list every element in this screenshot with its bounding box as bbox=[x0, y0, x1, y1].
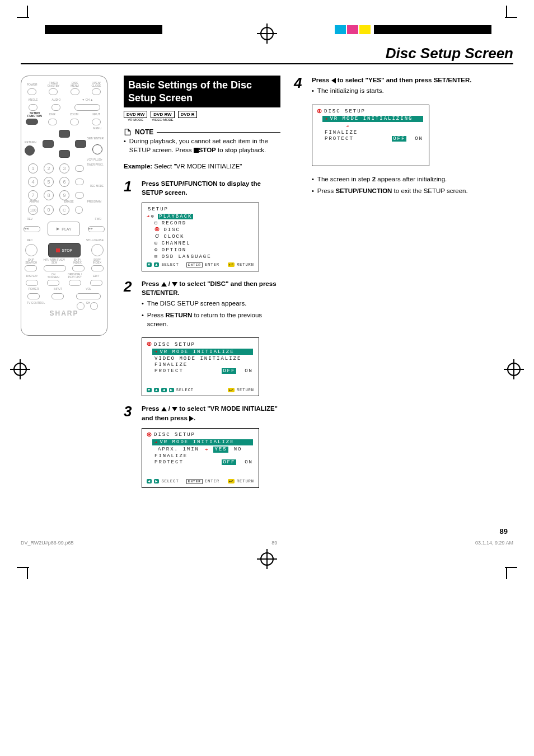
osd-initializing: ⦿DISC SETUP ➔VR MODE INITIALIZING ➔ FINA… bbox=[312, 105, 429, 166]
osd-disc-setup: ⦿DISC SETUP ➔VR MODE INITIALIZE VIDEO MO… bbox=[142, 337, 259, 396]
down-triangle-icon bbox=[172, 282, 177, 287]
page-title: Disc Setup Screen bbox=[21, 45, 513, 64]
disc-badges: DVD RWVR MODE DVD RWVIDEO MODE DVD R bbox=[124, 111, 280, 121]
note-icon bbox=[124, 128, 132, 136]
remote-brand: SHARP bbox=[21, 309, 107, 317]
osd-setup: SETUP ⊙ PLAYBACK ⊡ RECORD ⦿ DISC ⏱ CLOCK… bbox=[142, 203, 259, 271]
step-2: 2 Press / to select "DISC" and then pres… bbox=[124, 279, 280, 332]
step-3: 3 Press / to select "VR MODE INITIALIZE"… bbox=[124, 404, 280, 422]
remote-return-button bbox=[25, 145, 35, 156]
remote-label: TIMER ON/STBY bbox=[45, 82, 61, 87]
right-triangle-icon bbox=[189, 416, 194, 421]
remote-illustration: POWER TIMER ON/STBY DISC MENU OPEN/ CLOS… bbox=[21, 76, 107, 336]
up-triangle-icon bbox=[161, 282, 167, 287]
footer-line: DV_RW2U#p86-99.p65 89 03.1.14, 9:29 AM bbox=[21, 540, 513, 546]
registration-top bbox=[0, 0, 534, 34]
registration-bottom bbox=[0, 549, 534, 583]
page-number: 89 bbox=[21, 527, 508, 536]
setup-function-text: SETUP/FUNCTION bbox=[161, 180, 218, 187]
left-triangle-icon bbox=[331, 78, 336, 83]
section-header: Basic Settings of the Disc Setup Screen bbox=[124, 76, 280, 107]
note-heading: NOTE bbox=[124, 128, 280, 136]
example-label: Example: bbox=[124, 163, 152, 170]
remote-set-enter-button bbox=[92, 144, 102, 154]
remote-stop-button: STOP bbox=[48, 243, 81, 257]
remote-label: OPEN/ CLOSE bbox=[88, 82, 104, 87]
step-1: 1 Press SETUP/FUNCTION to display the SE… bbox=[124, 179, 280, 197]
osd-vr-initialize: ⦿DISC SETUP ➔VR MODE INITIALIZE APRX. 1M… bbox=[142, 428, 259, 488]
stop-icon bbox=[194, 148, 199, 153]
after-bullet-1: •The screen in step 2 appears after init… bbox=[312, 175, 513, 184]
page-body: Disc Setup Screen POWER TIMER ON/STBY DI… bbox=[21, 45, 513, 536]
step-4: 4 Press to select "YES" and then press S… bbox=[294, 76, 513, 99]
down-triangle-icon bbox=[172, 407, 177, 411]
remote-setup-function-button bbox=[26, 119, 38, 125]
note-bullet: • During playback, you cannot set each i… bbox=[124, 137, 280, 154]
after-bullet-2: •Press SETUP/FUNCTION to exit the SETUP … bbox=[312, 187, 513, 196]
up-triangle-icon bbox=[161, 407, 167, 411]
remote-label: POWER bbox=[24, 83, 40, 86]
remote-label: DISC MENU bbox=[67, 82, 83, 87]
remote-dpad bbox=[43, 130, 86, 158]
progress-bar bbox=[359, 123, 393, 129]
